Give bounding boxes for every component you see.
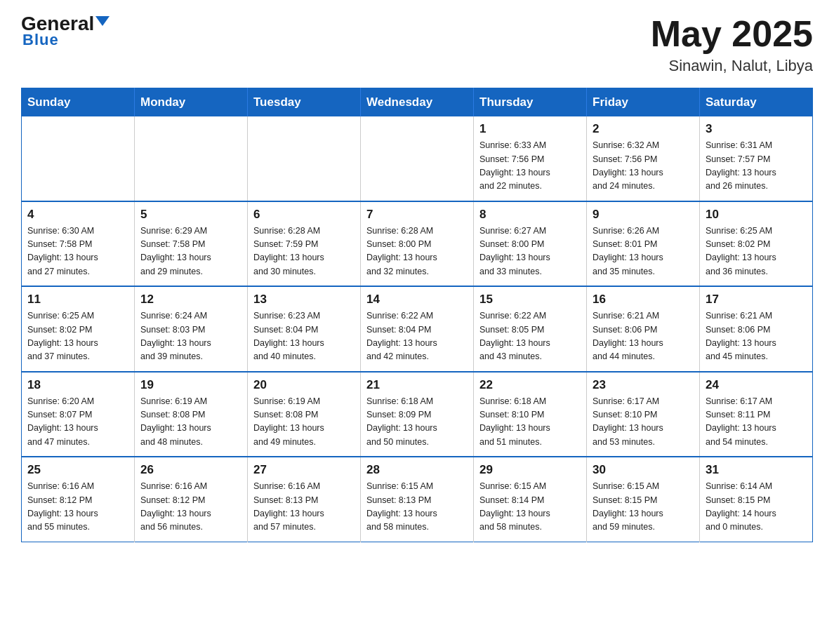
col-tuesday: Tuesday — [248, 88, 361, 117]
day-number: 30 — [593, 463, 694, 477]
day-number: 13 — [253, 293, 355, 307]
title-section: May 2025 Sinawin, Nalut, Libya — [651, 14, 813, 75]
day-info: Sunrise: 6:31 AMSunset: 7:57 PMDaylight:… — [706, 139, 807, 194]
day-number: 16 — [593, 293, 694, 307]
day-number: 31 — [706, 463, 807, 477]
day-info: Sunrise: 6:32 AMSunset: 7:56 PMDaylight:… — [593, 139, 694, 194]
day-info: Sunrise: 6:23 AMSunset: 8:04 PMDaylight:… — [253, 309, 355, 364]
day-info: Sunrise: 6:20 AMSunset: 8:07 PMDaylight:… — [27, 395, 128, 450]
day-info: Sunrise: 6:19 AMSunset: 8:08 PMDaylight:… — [140, 395, 241, 450]
day-info: Sunrise: 6:25 AMSunset: 8:02 PMDaylight:… — [706, 224, 807, 279]
table-row: 1Sunrise: 6:33 AMSunset: 7:56 PMDaylight… — [474, 116, 587, 201]
day-number: 26 — [140, 463, 241, 477]
table-row: 9Sunrise: 6:26 AMSunset: 8:01 PMDaylight… — [587, 201, 700, 287]
table-row: 18Sunrise: 6:20 AMSunset: 8:07 PMDayligh… — [22, 372, 135, 457]
table-row: 25Sunrise: 6:16 AMSunset: 8:12 PMDayligh… — [22, 457, 135, 542]
day-number: 8 — [479, 208, 581, 222]
calendar-week-row: 25Sunrise: 6:16 AMSunset: 8:12 PMDayligh… — [22, 457, 813, 542]
day-info: Sunrise: 6:25 AMSunset: 8:02 PMDaylight:… — [27, 309, 128, 364]
table-row: 27Sunrise: 6:16 AMSunset: 8:13 PMDayligh… — [248, 457, 361, 542]
day-info: Sunrise: 6:27 AMSunset: 8:00 PMDaylight:… — [479, 224, 581, 279]
page-header: General Blue May 2025 Sinawin, Nalut, Li… — [21, 14, 813, 75]
day-info: Sunrise: 6:18 AMSunset: 8:10 PMDaylight:… — [479, 395, 581, 450]
day-number: 14 — [366, 293, 468, 307]
day-number: 15 — [479, 293, 581, 307]
day-info: Sunrise: 6:22 AMSunset: 8:04 PMDaylight:… — [366, 309, 468, 364]
day-number: 19 — [140, 378, 241, 392]
table-row: 31Sunrise: 6:14 AMSunset: 8:15 PMDayligh… — [700, 457, 813, 542]
table-row: 7Sunrise: 6:28 AMSunset: 8:00 PMDaylight… — [361, 201, 474, 287]
table-row: 16Sunrise: 6:21 AMSunset: 8:06 PMDayligh… — [587, 286, 700, 372]
day-info: Sunrise: 6:28 AMSunset: 7:59 PMDaylight:… — [253, 224, 355, 279]
calendar-title: May 2025 — [651, 14, 813, 54]
day-number: 24 — [706, 378, 807, 392]
table-row: 12Sunrise: 6:24 AMSunset: 8:03 PMDayligh… — [135, 286, 248, 372]
col-sunday: Sunday — [22, 88, 135, 117]
day-number: 28 — [366, 463, 468, 477]
logo: General Blue — [21, 14, 110, 49]
day-number: 6 — [253, 208, 355, 222]
day-number: 7 — [366, 208, 468, 222]
day-info: Sunrise: 6:19 AMSunset: 8:08 PMDaylight:… — [253, 395, 355, 450]
day-info: Sunrise: 6:17 AMSunset: 8:11 PMDaylight:… — [706, 395, 807, 450]
day-info: Sunrise: 6:15 AMSunset: 8:15 PMDaylight:… — [593, 480, 694, 535]
day-number: 9 — [593, 208, 694, 222]
table-row: 10Sunrise: 6:25 AMSunset: 8:02 PMDayligh… — [700, 201, 813, 287]
col-thursday: Thursday — [474, 88, 587, 117]
table-row: 3Sunrise: 6:31 AMSunset: 7:57 PMDaylight… — [700, 116, 813, 201]
day-info: Sunrise: 6:14 AMSunset: 8:15 PMDaylight:… — [706, 480, 807, 535]
day-info: Sunrise: 6:24 AMSunset: 8:03 PMDaylight:… — [140, 309, 241, 364]
day-info: Sunrise: 6:16 AMSunset: 8:13 PMDaylight:… — [253, 480, 355, 535]
logo-triangle-icon — [95, 16, 110, 26]
table-row: 30Sunrise: 6:15 AMSunset: 8:15 PMDayligh… — [587, 457, 700, 542]
day-info: Sunrise: 6:33 AMSunset: 7:56 PMDaylight:… — [479, 139, 581, 194]
calendar-week-row: 1Sunrise: 6:33 AMSunset: 7:56 PMDaylight… — [22, 116, 813, 201]
day-info: Sunrise: 6:22 AMSunset: 8:05 PMDaylight:… — [479, 309, 581, 364]
table-row: 6Sunrise: 6:28 AMSunset: 7:59 PMDaylight… — [248, 201, 361, 287]
day-number: 1 — [479, 122, 581, 136]
table-row: 22Sunrise: 6:18 AMSunset: 8:10 PMDayligh… — [474, 372, 587, 457]
table-row: 23Sunrise: 6:17 AMSunset: 8:10 PMDayligh… — [587, 372, 700, 457]
col-saturday: Saturday — [700, 88, 813, 117]
day-info: Sunrise: 6:15 AMSunset: 8:13 PMDaylight:… — [366, 480, 468, 535]
day-number: 3 — [706, 122, 807, 136]
logo-blue-text: Blue — [22, 31, 59, 49]
day-info: Sunrise: 6:15 AMSunset: 8:14 PMDaylight:… — [479, 480, 581, 535]
day-number: 25 — [27, 463, 128, 477]
day-number: 27 — [253, 463, 355, 477]
calendar-header-row: Sunday Monday Tuesday Wednesday Thursday… — [22, 88, 813, 117]
day-number: 17 — [706, 293, 807, 307]
day-info: Sunrise: 6:28 AMSunset: 8:00 PMDaylight:… — [366, 224, 468, 279]
day-number: 11 — [27, 293, 128, 307]
table-row: 2Sunrise: 6:32 AMSunset: 7:56 PMDaylight… — [587, 116, 700, 201]
day-info: Sunrise: 6:26 AMSunset: 8:01 PMDaylight:… — [593, 224, 694, 279]
table-row: 4Sunrise: 6:30 AMSunset: 7:58 PMDaylight… — [22, 201, 135, 287]
table-row: 19Sunrise: 6:19 AMSunset: 8:08 PMDayligh… — [135, 372, 248, 457]
table-row: 29Sunrise: 6:15 AMSunset: 8:14 PMDayligh… — [474, 457, 587, 542]
calendar-week-row: 4Sunrise: 6:30 AMSunset: 7:58 PMDaylight… — [22, 201, 813, 287]
calendar-subtitle: Sinawin, Nalut, Libya — [651, 57, 813, 75]
day-info: Sunrise: 6:16 AMSunset: 8:12 PMDaylight:… — [140, 480, 241, 535]
day-number: 5 — [140, 208, 241, 222]
table-row — [361, 116, 474, 201]
col-wednesday: Wednesday — [361, 88, 474, 117]
table-row: 17Sunrise: 6:21 AMSunset: 8:06 PMDayligh… — [700, 286, 813, 372]
day-info: Sunrise: 6:21 AMSunset: 8:06 PMDaylight:… — [706, 309, 807, 364]
day-info: Sunrise: 6:17 AMSunset: 8:10 PMDaylight:… — [593, 395, 694, 450]
table-row: 20Sunrise: 6:19 AMSunset: 8:08 PMDayligh… — [248, 372, 361, 457]
calendar-week-row: 11Sunrise: 6:25 AMSunset: 8:02 PMDayligh… — [22, 286, 813, 372]
table-row: 11Sunrise: 6:25 AMSunset: 8:02 PMDayligh… — [22, 286, 135, 372]
day-info: Sunrise: 6:18 AMSunset: 8:09 PMDaylight:… — [366, 395, 468, 450]
table-row: 28Sunrise: 6:15 AMSunset: 8:13 PMDayligh… — [361, 457, 474, 542]
table-row — [135, 116, 248, 201]
table-row: 14Sunrise: 6:22 AMSunset: 8:04 PMDayligh… — [361, 286, 474, 372]
calendar-table: Sunday Monday Tuesday Wednesday Thursday… — [21, 88, 813, 542]
day-number: 12 — [140, 293, 241, 307]
table-row: 21Sunrise: 6:18 AMSunset: 8:09 PMDayligh… — [361, 372, 474, 457]
day-info: Sunrise: 6:21 AMSunset: 8:06 PMDaylight:… — [593, 309, 694, 364]
table-row: 8Sunrise: 6:27 AMSunset: 8:00 PMDaylight… — [474, 201, 587, 287]
col-monday: Monday — [135, 88, 248, 117]
col-friday: Friday — [587, 88, 700, 117]
day-number: 23 — [593, 378, 694, 392]
day-number: 22 — [479, 378, 581, 392]
